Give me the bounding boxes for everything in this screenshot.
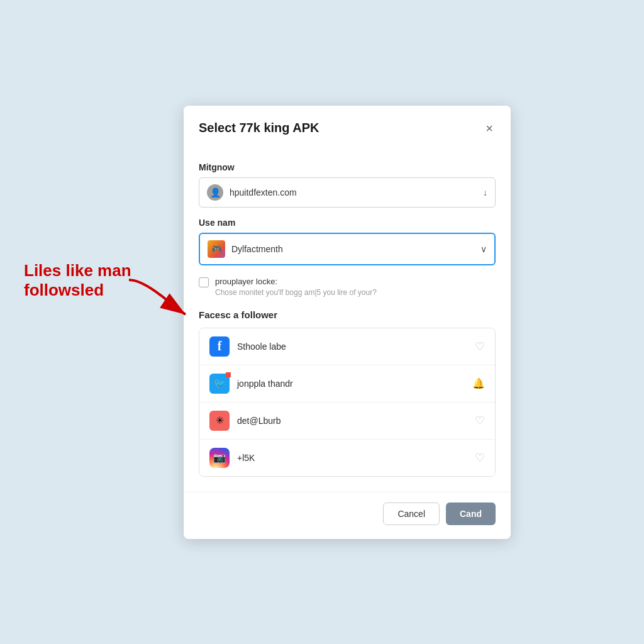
dialog-body: Mitgnow 👤 hpuitdfexten.com ↓ Use nam 🎮 D… (184, 147, 511, 492)
follower-item-instagram[interactable]: 📷 +l5K ♡ (199, 440, 495, 476)
field2-label: Use nam (199, 218, 496, 228)
field1-value: hpuitdfexten.com (230, 187, 297, 197)
dialog-title: Select 77k king APK (199, 121, 319, 135)
follower-name-2: jonppla thandr (237, 379, 293, 389)
dialog-footer: Cancel Cand (184, 492, 511, 539)
follower-name-1: Sthoole labe (237, 341, 286, 352)
field2-value: Dylfactmenth (231, 244, 283, 254)
checkbox-row: prouplayer locke: Chose monitet you'lf b… (199, 277, 496, 297)
field1-dropdown[interactable]: 👤 hpuitdfexten.com ↓ (199, 177, 496, 208)
field1-arrow-icon: ↓ (483, 187, 487, 197)
joomla-icon: ✳ (209, 411, 230, 431)
checkbox-label: prouplayer locke: (215, 277, 496, 286)
field1-avatar: 👤 (207, 184, 223, 201)
follower-item-twitter[interactable]: 🐦 jonppla thandr 🔔 (199, 365, 495, 402)
dialog-header: Select 77k king APK × (184, 106, 511, 147)
follower-item-joomla[interactable]: ✳ det@Lburb ♡ (199, 402, 495, 440)
field2-avatar: 🎮 (208, 240, 225, 258)
field2-left: 🎮 Dylfactmenth (208, 240, 283, 258)
section-heading: Facesc a follower (199, 309, 496, 320)
confirm-button[interactable]: Cand (446, 502, 496, 525)
follower-name-3: det@Lburb (237, 416, 280, 426)
facebook-icon: f (209, 336, 230, 357)
checkbox-sublabel: Chose monitet you'lf bogg am|5 you lire … (215, 288, 496, 297)
dialog: Select 77k king APK × Mitgnow 👤 hpuitdfe… (184, 106, 511, 539)
field2-dropdown[interactable]: 🎮 Dylfactmenth ∨ (199, 233, 496, 265)
instagram-icon: 📷 (209, 448, 230, 468)
arrow-icon (126, 274, 201, 330)
twitter-icon: 🐦 (209, 374, 230, 394)
person-icon: 👤 (210, 187, 221, 197)
follower-action-1[interactable]: ♡ (475, 340, 485, 353)
follower-left-4: 📷 +l5K (209, 448, 255, 468)
cancel-button[interactable]: Cancel (383, 502, 440, 525)
follower-left-1: f Sthoole labe (209, 336, 286, 357)
close-button[interactable]: × (483, 119, 496, 137)
field1-left: 👤 hpuitdfexten.com (207, 184, 297, 201)
twitter-badge (226, 372, 231, 377)
field2-arrow-icon: ∨ (480, 244, 487, 254)
follower-name-4: +l5K (237, 453, 255, 463)
follower-action-4[interactable]: ♡ (475, 451, 485, 465)
follower-action-2[interactable]: 🔔 (472, 377, 485, 389)
follower-list: f Sthoole labe ♡ 🐦 jonppla thandr 🔔 (199, 328, 496, 477)
field1-label: Mitgnow (199, 162, 496, 172)
follower-left-3: ✳ det@Lburb (209, 411, 280, 431)
annotation-text: Liles like man followsled (24, 261, 140, 300)
follower-action-3[interactable]: ♡ (475, 414, 485, 428)
follower-left-2: 🐦 jonppla thandr (209, 374, 293, 394)
follower-item-facebook[interactable]: f Sthoole labe ♡ (199, 328, 495, 365)
checkbox-content: prouplayer locke: Chose monitet you'lf b… (215, 277, 496, 297)
